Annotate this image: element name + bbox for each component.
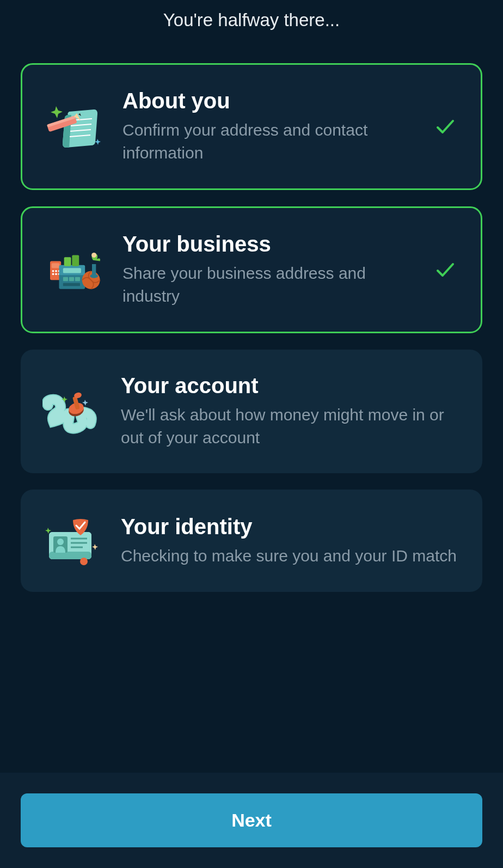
step-about-you[interactable]: About you Confirm your address and conta…	[21, 63, 482, 190]
step-content: About you Confirm your address and conta…	[122, 89, 413, 164]
svg-point-14	[55, 273, 57, 275]
svg-rect-19	[63, 277, 68, 280]
step-your-business[interactable]: Your business Share your business addres…	[21, 206, 482, 333]
step-content: Your account We'll ask about how money m…	[121, 374, 461, 449]
step-your-account[interactable]: Your account We'll ask about how money m…	[21, 350, 482, 473]
checkmark-icon	[432, 256, 459, 284]
id-card-shield-icon	[42, 514, 102, 568]
step-title: About you	[122, 89, 413, 113]
step-description: Checking to make sure you and your ID ma…	[121, 545, 461, 567]
svg-rect-24	[72, 255, 79, 266]
step-content: Your identity Checking to make sure you …	[121, 515, 461, 567]
footer-bar: Next	[0, 773, 503, 868]
checkmark-icon	[432, 113, 459, 140]
step-title: Your identity	[121, 515, 461, 539]
page-title: You're halfway there...	[0, 10, 503, 30]
svg-rect-23	[64, 257, 71, 266]
svg-point-13	[52, 273, 54, 275]
step-content: Your business Share your business addres…	[122, 232, 413, 308]
notepad-pencil-icon	[44, 100, 104, 154]
svg-point-11	[55, 270, 57, 272]
svg-rect-9	[52, 263, 60, 268]
step-description: Confirm your address and contact informa…	[122, 119, 413, 164]
svg-rect-21	[75, 277, 80, 280]
svg-point-37	[57, 539, 64, 545]
svg-point-28	[91, 252, 96, 257]
svg-rect-22	[63, 283, 80, 286]
step-your-identity[interactable]: Your identity Checking to make sure you …	[21, 490, 482, 592]
svg-rect-20	[69, 277, 74, 280]
step-description: We'll ask about how money might move in …	[121, 404, 461, 449]
steps-list: About you Confirm your address and conta…	[0, 63, 503, 592]
svg-rect-18	[63, 268, 81, 273]
step-description: Share your business address and industry	[122, 262, 413, 308]
ribbon-stamp-icon	[42, 384, 102, 439]
svg-point-41	[80, 558, 88, 565]
svg-point-10	[52, 270, 54, 272]
page-header: You're halfway there...	[0, 0, 503, 63]
step-title: Your business	[122, 232, 413, 256]
svg-point-27	[90, 274, 98, 278]
next-button[interactable]: Next	[21, 793, 482, 847]
office-supplies-icon	[44, 243, 104, 297]
step-title: Your account	[121, 374, 461, 398]
